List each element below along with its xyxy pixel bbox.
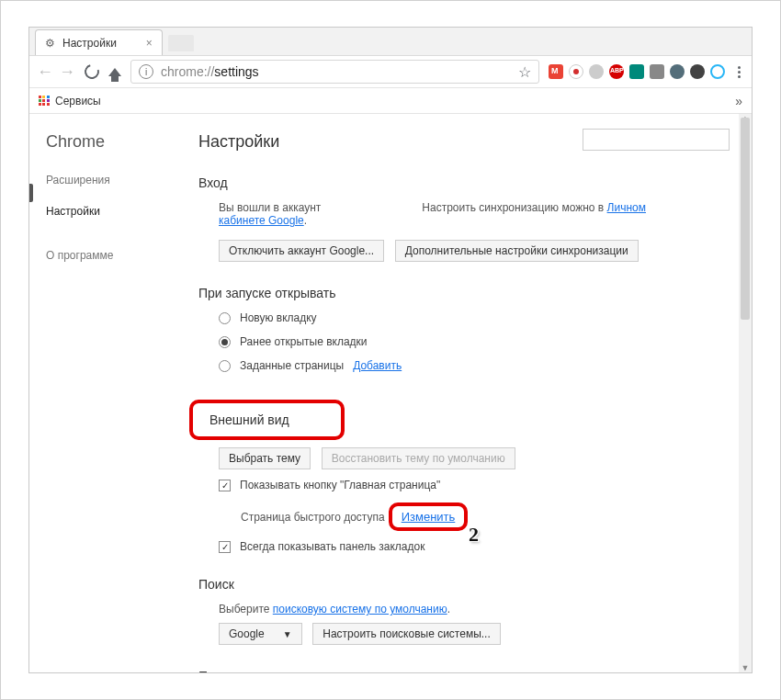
ext-icon[interactable]: M — [549, 64, 563, 79]
section-signin-heading: Вход — [198, 175, 730, 190]
section-appearance-heading: Внешний вид — [209, 412, 289, 427]
sidebar-item-settings[interactable]: Настройки — [46, 205, 176, 218]
address-bar[interactable]: i chrome://settings ☆ — [130, 60, 539, 84]
sync-advanced-button[interactable]: Дополнительные настройки синхронизации — [395, 240, 639, 262]
apps-shortcut[interactable]: Сервисы — [39, 95, 101, 107]
startup-radio-newtab[interactable]: Новую вкладку — [219, 311, 730, 324]
section-search-heading: Поиск — [198, 577, 730, 592]
back-icon[interactable]: ← — [37, 62, 53, 82]
sync-text: Настроить синхронизацию можно в Личном — [422, 201, 646, 227]
startup-add-link[interactable]: Добавить — [353, 359, 402, 372]
settings-search-input[interactable] — [583, 129, 730, 151]
annotation-highlight-2: Изменить — [389, 502, 469, 531]
ext-icon[interactable] — [629, 64, 644, 79]
personal-link[interactable]: Личном — [607, 201, 646, 214]
forward-icon[interactable]: → — [59, 62, 75, 82]
section-users-heading: Пользователи — [198, 669, 730, 672]
close-tab-icon[interactable]: × — [146, 37, 153, 50]
startup-radio-continue[interactable]: Ранее открытые вкладки — [219, 335, 730, 348]
ext-icon[interactable]: ABP — [609, 64, 624, 79]
site-info-icon[interactable]: i — [139, 64, 153, 79]
ext-icon[interactable] — [710, 64, 725, 79]
search-desc: Выберите поисковую систему по умолчанию. — [219, 603, 730, 615]
sidebar-title: Chrome — [46, 132, 176, 152]
default-search-link[interactable]: поисковую систему по умолчанию — [273, 603, 447, 615]
reset-theme-button: Восстановить тему по умолчанию — [322, 447, 515, 469]
url-host: chrome://settings — [161, 64, 259, 79]
bookmark-star-icon[interactable]: ☆ — [518, 63, 531, 81]
toolbar: ← → i chrome://settings ☆ M ABP — [29, 55, 752, 88]
gear-icon: ⚙ — [45, 37, 55, 50]
apps-grid-icon — [39, 96, 50, 107]
chrome-menu-icon[interactable] — [734, 66, 744, 78]
scrollbar[interactable]: ▲ ▼ — [739, 114, 752, 672]
signin-text: Вы вошли в аккаунт кабинете Google. — [219, 201, 321, 227]
search-engine-select[interactable]: Google▼ — [219, 623, 302, 645]
extension-icons: M ABP — [549, 64, 725, 79]
ext-icon[interactable] — [670, 64, 685, 79]
ext-icon[interactable] — [690, 64, 705, 79]
apps-label: Сервисы — [55, 95, 101, 107]
manage-search-button[interactable]: Настроить поисковые системы... — [312, 623, 501, 645]
ext-icon[interactable] — [650, 64, 664, 79]
google-account-link[interactable]: кабинете Google — [219, 214, 304, 227]
sidebar-item-about[interactable]: О программе — [46, 249, 176, 262]
settings-sidebar: Chrome Расширения Настройки О программе — [29, 114, 176, 672]
bookmarks-bar: Сервисы » — [29, 88, 752, 114]
tab-settings[interactable]: ⚙ Настройки × — [35, 29, 163, 55]
disconnect-button[interactable]: Отключить аккаунт Google... — [219, 240, 384, 262]
tab-title: Настройки — [62, 37, 117, 50]
reload-icon[interactable] — [82, 62, 102, 82]
annotation-badge-2: 2 — [469, 523, 479, 547]
change-homepage-link[interactable]: Изменить — [402, 510, 456, 524]
quick-access-label: Страница быстрого доступа — [241, 511, 385, 524]
sidebar-item-extensions[interactable]: Расширения — [46, 174, 176, 186]
annotation-highlight-1: Внешний вид — [189, 400, 345, 440]
scroll-down-icon[interactable]: ▼ — [741, 663, 750, 672]
choose-theme-button[interactable]: Выбрать тему — [219, 447, 311, 469]
show-home-checkbox[interactable]: Показывать кнопку "Главная страница" — [219, 479, 730, 491]
tab-strip: ⚙ Настройки × — [29, 28, 752, 55]
section-startup-heading: При запуске открывать — [198, 286, 730, 300]
new-tab-button[interactable] — [168, 35, 194, 51]
scroll-thumb[interactable] — [741, 118, 750, 320]
settings-main: Настройки Вход Вы вошли в аккаунт кабине… — [176, 114, 752, 672]
startup-radio-pages[interactable]: Заданные страницы Добавить — [219, 359, 730, 372]
ext-icon[interactable] — [569, 64, 583, 79]
bookmarks-overflow[interactable]: » — [735, 94, 742, 108]
ext-icon[interactable] — [589, 64, 604, 79]
home-icon[interactable] — [108, 68, 121, 76]
